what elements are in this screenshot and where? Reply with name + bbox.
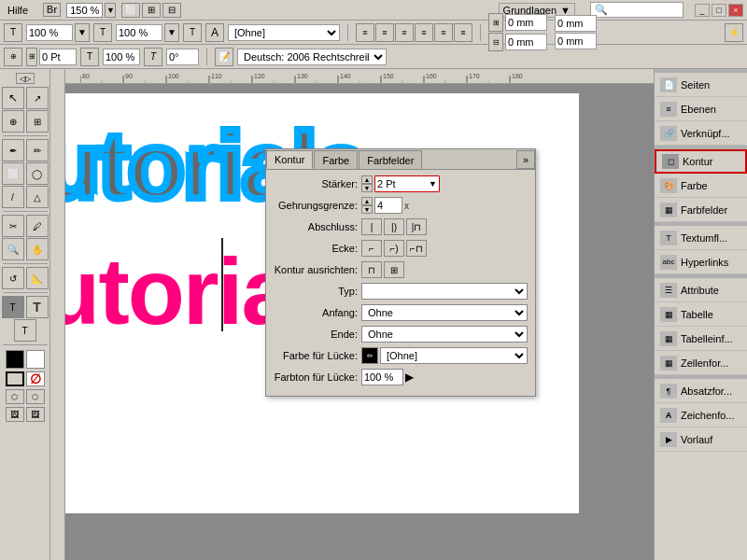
- font-size-2-input[interactable]: [116, 24, 162, 41]
- abschluss-btn-3[interactable]: |⊓: [406, 218, 427, 235]
- color-tool[interactable]: 🖊: [26, 215, 49, 237]
- toolbox-toggle[interactable]: ◁▷: [16, 73, 35, 84]
- close-button[interactable]: ×: [728, 4, 743, 17]
- font-size-1-input[interactable]: [26, 24, 73, 41]
- panel-item-textumfl[interactable]: T Textumfl...: [655, 226, 747, 250]
- typ-dropdown[interactable]: [361, 283, 528, 300]
- zoom-value[interactable]: 150 %: [66, 3, 103, 18]
- panel-item-verknupf[interactable]: 🔗 Verknüpf...: [655, 121, 747, 146]
- ecke-btn-2[interactable]: ⌐): [384, 240, 404, 257]
- view-btn-2[interactable]: ⊞: [142, 3, 161, 18]
- farbton-input[interactable]: [361, 369, 403, 385]
- align-justify[interactable]: ≡: [415, 23, 433, 42]
- align-right[interactable]: ≡: [395, 23, 414, 42]
- tb2-icon-3[interactable]: 📝: [215, 48, 233, 66]
- minimize-button[interactable]: _: [695, 4, 710, 17]
- pen-tool[interactable]: ✒: [2, 139, 24, 161]
- frame-btn-1[interactable]: 🖼: [6, 407, 24, 422]
- hand-tool[interactable]: ✋: [26, 238, 49, 260]
- panel-item-vorlauf[interactable]: ▶ Vorlauf: [655, 427, 747, 452]
- line-tool[interactable]: /: [2, 186, 24, 208]
- stroke-box[interactable]: [6, 371, 24, 386]
- offset-input-2[interactable]: [505, 34, 547, 50]
- pencil-tool[interactable]: ✏: [26, 139, 49, 161]
- ellipse-tool[interactable]: ◯: [26, 162, 49, 185]
- tb2-fontsize-input[interactable]: [103, 49, 140, 65]
- text-type-tool[interactable]: T: [2, 296, 24, 318]
- none-box[interactable]: ∅: [26, 371, 45, 386]
- panel-item-farbfelder[interactable]: ▦ Farbfelder: [655, 198, 747, 222]
- offset-input-1[interactable]: [505, 14, 547, 31]
- measure-tool[interactable]: 📐: [26, 267, 49, 289]
- farbton-expand[interactable]: ▶: [405, 371, 414, 384]
- poly-tool[interactable]: △: [26, 186, 49, 208]
- panel-item-zellenfor[interactable]: ▦ Zellenfor...: [655, 351, 747, 375]
- font-icon-2[interactable]: ▼: [164, 23, 179, 42]
- zoom-tool[interactable]: 🔍: [2, 238, 24, 260]
- text-icon-btn[interactable]: T: [4, 23, 22, 42]
- rect-tool[interactable]: ⬜: [2, 162, 24, 185]
- tb2-icon-1[interactable]: ⊕: [4, 48, 22, 66]
- offset-input-4[interactable]: [555, 33, 597, 49]
- ende-dropdown[interactable]: Ohne: [361, 326, 528, 343]
- mode-btn-1[interactable]: ⬡: [6, 389, 24, 404]
- ecke-btn-1[interactable]: ⌐: [361, 240, 382, 257]
- tb2-icon-2[interactable]: T: [80, 48, 99, 66]
- farbe-swatch[interactable]: ✏: [361, 347, 378, 364]
- tab-more[interactable]: »: [516, 150, 535, 169]
- panel-item-tabelle[interactable]: ▦ Tabelle: [655, 302, 747, 327]
- tab-farbe[interactable]: Farbe: [314, 150, 358, 169]
- a-icon[interactable]: A: [205, 23, 224, 42]
- tb2-italic-btn[interactable]: T: [144, 48, 162, 66]
- frame-btn-2[interactable]: 🖼: [26, 407, 45, 422]
- font-icon-1[interactable]: ▼: [75, 23, 90, 42]
- font-name-dropdown[interactable]: [Ohne]: [228, 24, 340, 41]
- panel-item-attribute[interactable]: ☰ Attribute: [655, 278, 747, 302]
- text-icon-2[interactable]: T: [93, 23, 112, 42]
- gap-tool[interactable]: ⊕: [2, 110, 24, 133]
- lightning-btn[interactable]: ⚡: [725, 23, 743, 42]
- panel-item-ebenen[interactable]: ≡ Ebenen: [655, 97, 747, 121]
- menu-hilfe[interactable]: Hilfe: [4, 3, 32, 18]
- abschluss-btn-1[interactable]: |: [361, 218, 382, 235]
- tb2-angle-input[interactable]: [166, 49, 199, 65]
- anfang-dropdown[interactable]: Ohne: [361, 304, 528, 321]
- text-icon-3[interactable]: T: [183, 23, 202, 42]
- tab-kontur[interactable]: Kontur: [266, 150, 313, 169]
- search-box[interactable]: 🔍: [590, 2, 684, 18]
- ausrichten-btn-2[interactable]: ⊞: [384, 261, 404, 278]
- view-btn-1[interactable]: ⬜: [121, 3, 140, 18]
- starker-up[interactable]: ▲: [361, 175, 373, 184]
- offset-input-3[interactable]: [555, 15, 597, 32]
- maximize-button[interactable]: □: [712, 4, 726, 17]
- farbe-dropdown[interactable]: [Ohne]: [380, 347, 528, 364]
- text-path-tool[interactable]: T: [26, 296, 49, 318]
- language-dropdown[interactable]: Deutsch: 2006 Rechtschreib.: [237, 49, 387, 65]
- starker-dropdown[interactable]: 2 Pt ▼: [374, 175, 440, 192]
- gehrung-input[interactable]: [374, 197, 402, 214]
- panel-item-seiten[interactable]: 📄 Seiten: [655, 73, 747, 97]
- direct-select-tool[interactable]: ↗: [26, 87, 49, 109]
- panel-item-hyperlinks[interactable]: abc Hyperlinks: [655, 250, 747, 274]
- zoom-control[interactable]: 150 % ▼: [66, 3, 116, 18]
- rotate-tool[interactable]: ↺: [2, 267, 24, 289]
- panel-item-tabellenf[interactable]: ▦ Tabelleinf...: [655, 327, 747, 351]
- align-5[interactable]: ≡: [434, 23, 453, 42]
- forecolor-box[interactable]: [6, 350, 24, 369]
- backcolor-box[interactable]: [26, 350, 45, 369]
- content-tool[interactable]: ⊞: [26, 110, 49, 133]
- tb2-input-1[interactable]: [39, 49, 77, 65]
- panel-item-zeichenfo[interactable]: A Zeichenfo...: [655, 403, 747, 427]
- gehrung-down[interactable]: ▼: [361, 205, 373, 214]
- zoom-dropdown-btn[interactable]: ▼: [105, 3, 116, 18]
- mode-btn-2[interactable]: ⬡: [26, 389, 45, 404]
- text-vertical-tool[interactable]: T: [14, 319, 36, 342]
- align-left[interactable]: ≡: [356, 23, 374, 42]
- scissors-tool[interactable]: ✂: [2, 215, 24, 237]
- abschluss-btn-2[interactable]: |): [384, 218, 404, 235]
- align-6[interactable]: ≡: [454, 23, 472, 42]
- select-tool[interactable]: ↖: [2, 87, 24, 109]
- gehrung-up[interactable]: ▲: [361, 197, 373, 205]
- align-center[interactable]: ≡: [375, 23, 394, 42]
- panel-item-kontur[interactable]: ◻ Kontur: [655, 149, 747, 174]
